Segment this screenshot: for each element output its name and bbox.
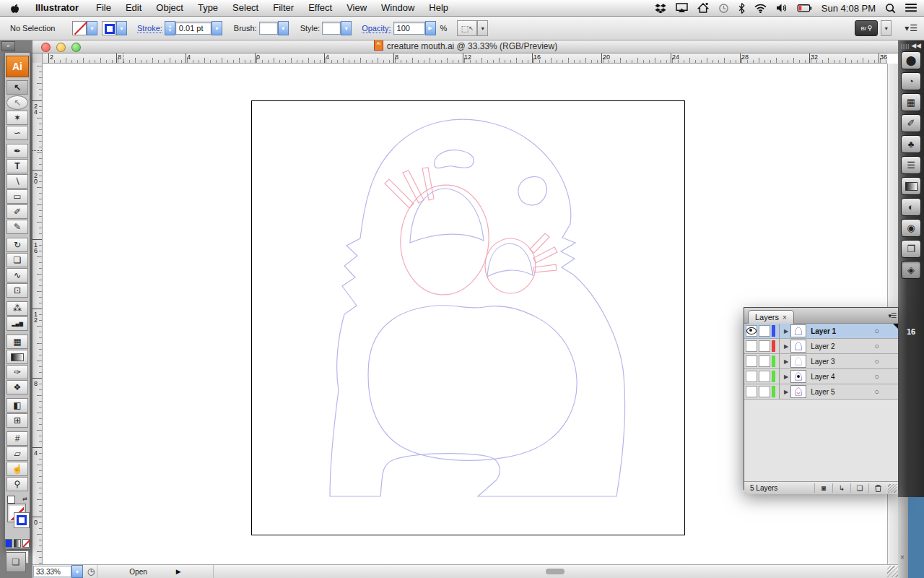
opacity-field[interactable]: 100 — [393, 22, 425, 35]
none-button[interactable] — [22, 539, 30, 548]
rotate-tool-button[interactable]: ↻ — [6, 238, 28, 252]
rectangle-tool-button[interactable]: ▭ — [6, 189, 28, 204]
crop-area-tool-button[interactable]: # — [6, 431, 28, 446]
layer-thumbnail[interactable] — [790, 355, 806, 368]
mesh-tool-button[interactable]: ▦ — [6, 335, 28, 349]
wifi-icon[interactable] — [754, 4, 767, 13]
free-transform-tool-button[interactable]: ⊡ — [6, 283, 28, 298]
layers-tab[interactable]: Layers× — [748, 310, 794, 324]
new-layer-button[interactable]: ❏ — [850, 483, 868, 493]
dropbox-icon[interactable] — [655, 3, 666, 14]
layer-thumbnail[interactable] — [790, 370, 806, 383]
dock-collapse-icon[interactable]: ◀◀ — [911, 42, 921, 49]
layer-row[interactable]: ▶Layer 4○ — [744, 369, 898, 384]
swap-fill-stroke-icon[interactable]: ⇄ — [22, 496, 27, 502]
opacity-dropdown[interactable]: ▶ — [425, 21, 436, 35]
brushes-panel-button[interactable]: ✐ — [901, 114, 921, 132]
menu-select[interactable]: Select — [225, 0, 266, 16]
paintbrush-tool-button[interactable]: ✐ — [6, 204, 28, 219]
lock-toggle[interactable] — [759, 340, 770, 352]
layer-row[interactable]: ▶Layer 3○ — [744, 354, 898, 369]
magic-wand-tool-button[interactable]: ✶ — [6, 111, 28, 125]
go-to-bridge-button[interactable]: Br⚲ — [855, 20, 878, 36]
lock-toggle[interactable] — [759, 386, 770, 397]
status-clock-icon[interactable]: ◷ — [85, 566, 97, 577]
horizontal-scrollbar-thumb[interactable] — [546, 569, 565, 574]
brush-dropdown[interactable]: ▼ — [278, 21, 289, 35]
horizontal-ruler[interactable]: 28404812162024283236 — [43, 53, 887, 64]
fill-swatch[interactable] — [72, 21, 87, 35]
tab-close-icon[interactable]: × — [783, 314, 787, 322]
stroke-label[interactable]: Stroke: — [137, 24, 162, 33]
line-segment-tool-button[interactable]: ∖ — [6, 174, 28, 189]
style-dropdown[interactable]: ▼ — [341, 21, 352, 35]
layers-empty-area[interactable] — [744, 400, 898, 482]
symbol-sprayer-tool-button[interactable]: ⁂ — [6, 301, 28, 316]
stroke-panel-button[interactable]: ☰ — [901, 156, 921, 174]
stroke-dropdown[interactable]: ▼ — [116, 21, 127, 35]
lock-toggle[interactable] — [759, 371, 770, 382]
column-graph-tool-button[interactable]: ▂▄▆ — [6, 316, 28, 331]
graphic-styles-panel-button[interactable]: ❐ — [901, 240, 921, 258]
menu-edit[interactable]: Edit — [118, 0, 149, 16]
layer-name[interactable]: Layer 1 — [811, 327, 874, 335]
hand-tool-button[interactable]: ☝ — [6, 462, 28, 476]
stroke-weight-dropdown[interactable]: ▼ — [212, 21, 222, 35]
visibility-toggle[interactable] — [746, 325, 757, 337]
visibility-toggle[interactable] — [746, 340, 757, 352]
menu-illustrator[interactable]: Illustrator — [28, 0, 89, 16]
status-arrow-icon[interactable]: ▶ — [176, 568, 181, 575]
swatches-panel-button[interactable]: ▦ — [901, 93, 921, 111]
window-resize-grip[interactable] — [887, 566, 899, 577]
fill-dropdown[interactable]: ▼ — [87, 21, 97, 35]
color-button[interactable] — [5, 539, 12, 548]
layer-name[interactable]: Layer 4 — [811, 373, 874, 381]
expand-triangle-icon[interactable]: ▶ — [784, 328, 788, 335]
expand-triangle-icon[interactable]: ▶ — [784, 389, 788, 395]
opacity-label[interactable]: Opacity: — [362, 24, 391, 33]
visibility-toggle[interactable] — [746, 355, 757, 367]
target-circle[interactable]: ○ — [874, 372, 879, 381]
target-circle[interactable]: ○ — [874, 387, 879, 396]
menu-help[interactable]: Help — [422, 0, 456, 16]
new-sublayer-button[interactable]: ↳ — [832, 483, 850, 493]
menu-object[interactable]: Object — [149, 0, 191, 16]
make-clipping-mask-button[interactable]: ◙ — [814, 483, 832, 493]
bridge-dropdown[interactable]: ▼ — [881, 20, 892, 36]
spotlight-icon[interactable] — [885, 3, 896, 14]
color-panel-button[interactable]: ⬤ — [901, 51, 921, 69]
target-circle[interactable]: ○ — [874, 342, 879, 350]
brush-select[interactable] — [259, 22, 278, 35]
dock-header[interactable]: |||| ◀◀ — [898, 40, 924, 51]
menu-filter[interactable]: Filter — [266, 0, 301, 16]
layer-name[interactable]: Layer 2 — [811, 342, 874, 350]
eyedropper-tool-button[interactable]: ✑ — [6, 365, 28, 379]
status-zone[interactable]: Open ▶ — [97, 565, 214, 578]
type-tool-button[interactable]: T — [6, 159, 28, 173]
direct-selection-tool-button[interactable]: ↖ — [6, 95, 28, 110]
layer-row[interactable]: ▶Layer 1○ — [744, 324, 898, 339]
menu-clock[interactable]: Sun 4:08 PM — [821, 3, 876, 14]
warp-tool-button[interactable]: ∿ — [6, 268, 28, 282]
layers-panel-header[interactable]: Layers× ▾☰ — [744, 308, 898, 324]
visibility-toggle[interactable] — [746, 371, 757, 382]
symbols-panel-button[interactable]: ♣ — [901, 135, 921, 153]
ruler-corner[interactable] — [32, 53, 43, 64]
color-guide-panel-button[interactable]: ◔ — [901, 72, 921, 90]
menu-list-icon[interactable] — [905, 4, 917, 12]
appearance-panel-button[interactable]: ◉ — [901, 219, 921, 237]
control-panel-menu-icon[interactable]: ▾☰ — [905, 23, 918, 33]
stroke-weight-stepper[interactable]: ▲▼ — [165, 21, 175, 35]
layer-thumbnail[interactable] — [790, 385, 806, 398]
small-close-icon[interactable]: × — [900, 553, 905, 561]
lock-toggle[interactable] — [759, 355, 770, 367]
layer-name[interactable]: Layer 5 — [811, 388, 874, 396]
panel-resize-grip[interactable] — [888, 484, 897, 493]
apple-menu[interactable] — [0, 3, 28, 14]
live-paint-selection-tool-button[interactable]: ⊞ — [6, 413, 28, 428]
airplay-icon[interactable] — [676, 3, 688, 13]
menu-type[interactable]: Type — [191, 0, 225, 16]
toolbar-collapse-tab[interactable]: » — [1, 41, 15, 51]
default-fill-stroke-icon[interactable] — [7, 496, 15, 504]
pen-tool-button[interactable]: ✒ — [6, 144, 28, 158]
